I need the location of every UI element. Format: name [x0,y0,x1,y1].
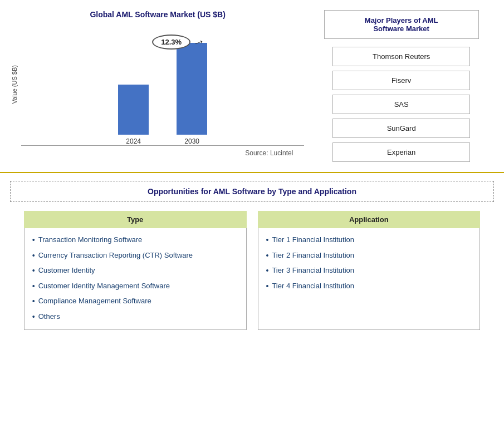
players-box-title-line1: Major Players of AML [365,16,438,24]
bar-2030 [177,43,207,135]
application-column: Application • Tier 1 Financial Instituti… [258,211,481,330]
app-item-3-text: Tier 3 Financial Institution [272,265,354,275]
type-item-5-text: Compliance Management Software [38,296,151,306]
app-bullet-1: • [266,235,269,246]
type-item-3: • Customer Identity [32,265,238,277]
type-item-1-text: Transaction Monitoring Software [38,235,143,245]
opportunities-title: Opportunities for AML Software by Type a… [10,181,494,202]
type-item-6: • Others [32,312,238,323]
player-item-thomson: Thomson Reuters [332,47,470,66]
players-box-title-line2: Software Market [373,24,429,33]
bar-2024 [118,85,149,135]
type-header: Type [24,211,247,228]
type-item-3-text: Customer Identity [38,265,95,275]
player-item-experian: Experian [332,142,470,162]
type-item-4-text: Customer Identity Management Software [38,281,170,291]
players-area: Major Players of AML Software Market Tho… [310,10,493,166]
player-item-sas: SAS [332,95,470,114]
bullet-3: • [32,265,35,277]
app-item-1: • Tier 1 Financial Institution [266,235,472,246]
cagr-bubble: 12.3% [152,35,190,50]
chart-title: Global AML Software Market (US $B) [90,10,225,19]
type-item-2-text: Currency Transaction Reporting (CTR) Sof… [38,250,193,260]
bullet-5: • [32,296,35,307]
bar-col-2024: 2024 [118,23,149,145]
baseline [21,145,304,146]
players-box-title: Major Players of AML Software Market [324,10,479,39]
type-item-1: • Transaction Monitoring Software [32,235,238,246]
type-column: Type • Transaction Monitoring Software •… [24,211,247,330]
type-body: • Transaction Monitoring Software • Curr… [24,228,247,330]
player-item-sungard: SunGard [332,119,470,138]
app-item-2: • Tier 2 Financial Institution [266,250,472,262]
bullet-2: • [32,250,35,262]
app-item-3: • Tier 3 Financial Institution [266,265,472,277]
cagr-arrow: → [190,33,207,51]
app-item-4: • Tier 4 Financial Institution [266,281,472,292]
player-item-fiserv: Fiserv [332,71,470,90]
bullet-4: • [32,281,35,292]
bars-area: 12.3% → 2024 2030 [21,23,304,146]
type-item-6-text: Others [38,312,60,322]
application-header: Application [258,211,481,228]
opp-columns: Type • Transaction Monitoring Software •… [10,211,494,330]
source-label: Source: Lucintel [11,149,304,157]
cagr-annotation: 12.3% → [152,35,205,50]
y-axis-label: Value (US $B) [11,65,18,104]
bullet-6: • [32,312,35,323]
type-item-5: • Compliance Management Software [32,296,238,307]
bar-label-2024: 2024 [126,137,141,145]
top-section: Global AML Software Market (US $B) Value… [0,0,504,173]
bottom-section: Opportunities for AML Software by Type a… [0,173,504,340]
app-item-2-text: Tier 2 Financial Institution [272,250,354,260]
app-bullet-4: • [266,281,269,292]
type-item-4: • Customer Identity Management Software [32,281,238,292]
app-bullet-3: • [266,265,269,277]
app-bullet-2: • [266,250,269,262]
bar-label-2030: 2030 [184,137,199,145]
bullet-1: • [32,235,35,246]
chart-wrapper: Value (US $B) 12.3% → 2024 [11,23,304,146]
application-body: • Tier 1 Financial Institution • Tier 2 … [258,228,481,330]
bars-row: 12.3% → 2024 2030 [21,23,304,145]
type-item-2: • Currency Transaction Reporting (CTR) S… [32,250,238,262]
app-item-1-text: Tier 1 Financial Institution [272,235,354,245]
app-item-4-text: Tier 4 Financial Institution [272,281,354,291]
chart-area: Global AML Software Market (US $B) Value… [11,10,304,166]
